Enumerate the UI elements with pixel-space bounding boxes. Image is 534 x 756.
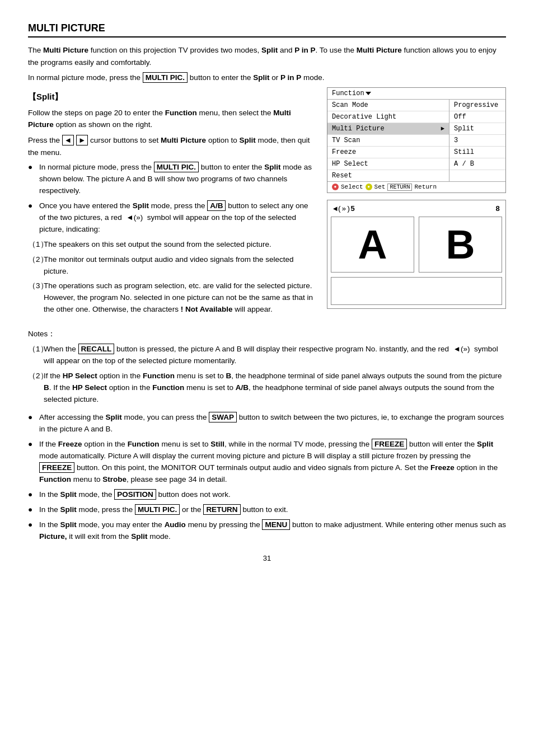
menu-left-col: Scan Mode Decorative Light Multi Picture… (327, 100, 449, 181)
more-bullet-5: In the Split mode, you may enter the Aud… (28, 519, 506, 543)
bullet-item-2: Once you have entered the Split mode, pr… (28, 200, 316, 236)
picture-frame-a: A (331, 217, 414, 273)
menu-value-off: Off (449, 111, 505, 123)
menu-row-hp-select: HP Select (327, 158, 449, 170)
picture-frames: A B (331, 217, 502, 273)
set-icon: ● (366, 184, 372, 190)
multi-picture-arrow: ► (441, 125, 444, 132)
bullet-list: In normal picture mode, press the MULTI … (28, 162, 316, 236)
bullet-item-1: In normal picture mode, press the MULTI … (28, 162, 316, 197)
intro-para1: The Multi Picture function on this proje… (28, 44, 506, 68)
return-text: Return (414, 184, 437, 190)
select-icon: ● (332, 184, 339, 190)
menu-row-freeze: Freeze (327, 147, 449, 158)
left-column: 【Split】 Follow the steps on page 20 to e… (28, 87, 316, 319)
intro-para2: In normal picture mode, press the MULTI … (28, 72, 506, 84)
menu-value-reset-empty (449, 170, 505, 181)
split-para1: Follow the steps on page 20 to enter the… (28, 107, 316, 131)
menu-value-still: Still (449, 147, 505, 158)
menu-right-col: Progressive Off Split 3 Still A / B (449, 100, 505, 181)
menu-value-progressive: Progressive (449, 100, 505, 111)
menu-row-decorative-light: Decorative Light (327, 111, 449, 123)
speaker-icon: ◄(») (333, 205, 350, 213)
channel-b-num: 8 (495, 205, 500, 213)
hp-select-label: HP Select (332, 160, 368, 168)
numbered-item-3: （3）The operations such as program select… (28, 280, 316, 316)
function-menu: Function Scan Mode Decorative Light Mult… (327, 87, 506, 193)
menu-content: Scan Mode Decorative Light Multi Picture… (327, 100, 505, 181)
notes-section: Notes： （1）When the RECALL button is pres… (28, 328, 506, 405)
split-para2: Press the ◄ ► cursor buttons to set Mult… (28, 134, 316, 158)
menu-row-scan-mode: Scan Mode (327, 100, 449, 111)
notes-item-1: （1）When the RECALL button is pressed, th… (28, 344, 506, 367)
return-badge: RETURN (387, 184, 412, 191)
menu-row-reset: Reset (327, 170, 449, 181)
scan-mode-label: Scan Mode (332, 101, 368, 109)
more-bullet-1: After accessing the Split mode, you can … (28, 412, 506, 435)
notes-numbered-list: （1）When the RECALL button is pressed, th… (28, 344, 506, 406)
more-bullet-2: If the Freeze option in the Function men… (28, 439, 506, 486)
menu-dropdown-arrow (366, 92, 371, 95)
notes-label: Notes： (28, 328, 506, 340)
picture-bottom-area (331, 277, 502, 305)
tv-scan-label: TV Scan (332, 137, 360, 144)
freeze-label: Freeze (332, 148, 356, 156)
decorative-light-label: Decorative Light (332, 113, 396, 121)
more-bullet-4: In the Split mode, press the MULTI PIC. … (28, 504, 506, 516)
channel-a-num: 5 (350, 205, 355, 213)
reset-label: Reset (332, 172, 352, 180)
menu-value-3: 3 (449, 135, 505, 147)
numbered-item-2: （2）The monitor out terminals output audi… (28, 254, 316, 278)
menu-title-row: Function (327, 88, 505, 100)
menu-row-tv-scan: TV Scan (327, 135, 449, 147)
picture-display-box: ◄(») 5 8 A B (327, 200, 506, 309)
set-text: Set (374, 184, 386, 190)
page-title: MULTI PICTURE (28, 22, 506, 37)
menu-value-ab: A / B (449, 158, 505, 170)
picture-frame-b: B (419, 217, 502, 273)
numbered-list: （1）The speakers on this set output the s… (28, 239, 316, 316)
notes-item-2: （2）If the HP Select option in the Functi… (28, 370, 506, 406)
more-bullet-3: In the Split mode, the POSITION button d… (28, 489, 506, 501)
menu-row-multi-picture: Multi Picture ► (327, 123, 449, 135)
picture-top-bar: ◄(») 5 8 (331, 204, 502, 217)
more-bullet-list: After accessing the Split mode, you can … (28, 412, 506, 542)
numbered-item-1: （1）The speakers on this set output the s… (28, 239, 316, 251)
split-header: 【Split】 (28, 92, 316, 102)
multi-picture-label: Multi Picture (332, 125, 385, 133)
select-text: Select (341, 184, 363, 190)
menu-value-split: Split (449, 123, 505, 135)
page-number: 31 (28, 554, 506, 562)
menu-bottom-bar: ● Select ● Set RETURN Return (327, 181, 505, 192)
right-column: Function Scan Mode Decorative Light Mult… (327, 87, 506, 319)
menu-title: Function (332, 90, 364, 97)
